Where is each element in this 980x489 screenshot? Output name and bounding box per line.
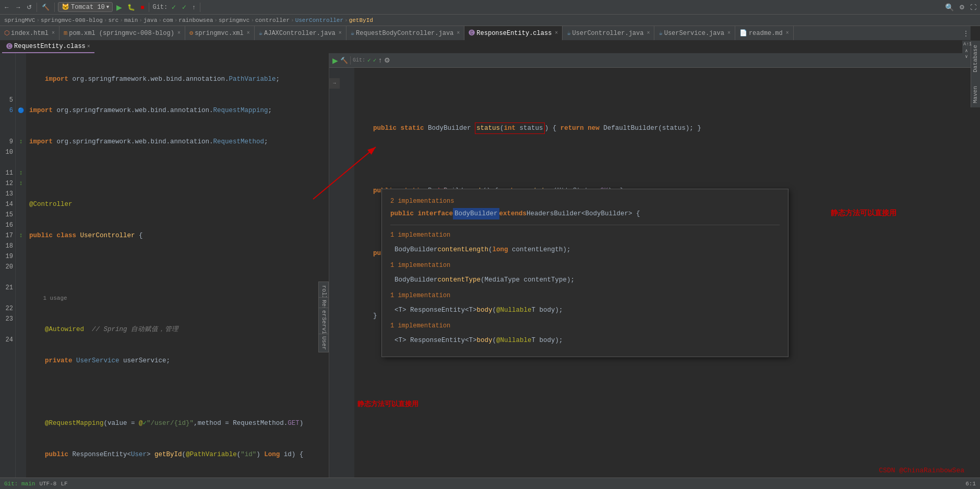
stop-btn[interactable]: ■ [139,4,146,11]
code-line: @Controller [29,199,326,210]
html-icon: ⬡ [4,29,9,37]
sep4 [200,3,200,12]
code-line: public static BodyBuilder status(int sta… [357,123,967,133]
close-icon[interactable]: × [52,30,55,36]
xml-icon: m [64,30,67,37]
right-gutter: → [329,68,340,478]
status-git: Git: main [4,481,35,487]
settings-btn[interactable]: ⚙ [958,4,966,11]
tab-user-controller[interactable]: ☕ UserController.java × [563,26,654,41]
popup-method2: BodyBuilder contentType(MediaType conten… [390,273,780,290]
tab-index-html[interactable]: ⬡ index.html × [0,26,59,41]
tomcat-icon: 🐱 [62,3,69,11]
status-bar: Git: main UTF-8 LF 6:1 [0,478,980,489]
class-icon2: 🅒 [6,43,13,51]
tabs-bar: ⬡ index.html × m pom.xml (springmvc-008-… [0,26,971,41]
tab-user-service[interactable]: ☕ UserService.java × [654,26,735,41]
git-label: Git: [152,4,168,11]
bc-controller[interactable]: controller [255,17,290,23]
code-line: @Autowired // Spring 自动赋值，管理 [29,324,326,335]
refresh-btn[interactable]: ↺ [25,4,33,11]
line-numbers: 5 6 9 10 11 12 13 14 15 16 17 18 19 20 2… [0,53,16,478]
bc-springmvc[interactable]: springMVC [4,17,35,23]
bc-method[interactable]: getById [349,17,373,23]
close-icon[interactable]: × [786,30,789,36]
status-lf: LF [61,481,67,487]
code-line: public class UserController { [29,230,326,241]
tab-request-body[interactable]: ☕ RequestBodyController.java × [346,26,464,41]
git-check2[interactable]: ✓ [180,4,188,11]
file-tab-active[interactable]: 🅒 RequestEntity.class × [2,41,94,53]
right-git-label: Git: [353,57,365,63]
close-icon[interactable]: × [177,30,181,36]
close-icon[interactable]: × [247,30,250,36]
tab-label: pom.xml (springmvc-008-blog) [69,30,174,37]
search-everywhere[interactable]: 🔍 [943,3,955,11]
scroll-area: A↑1 ∧ ∨ [962,41,971,59]
right-settings-btn[interactable]: ⚙ [384,56,390,64]
close-icon[interactable]: × [555,30,558,36]
right-check: ✓ [367,57,371,64]
md-icon: 📄 [739,29,747,37]
code-line: @RequestMapping(value = @✓"/user/{id}",m… [29,418,326,429]
right-editor: ▶ 🔨 Git: ✓ ✓ ↑ ⚙ → [329,53,971,478]
code-line: import org.springframework.web.bind.anno… [29,74,326,84]
more-tabs-btn[interactable]: ⋮ [961,30,971,37]
right-check2: ✓ [373,57,377,64]
bc-module[interactable]: springmvc-008-blog [41,17,103,23]
file-tab-close[interactable]: × [87,44,90,50]
bc-springmvc2[interactable]: springmvc [219,17,249,23]
code-line: private UserService userService; [29,356,326,366]
tab-label: readme.md [749,30,783,37]
popup-interface-line: public interface BodyBuilder extends Hea… [390,207,780,221]
close-icon[interactable]: × [339,30,342,36]
run-button[interactable]: ▶ [115,3,124,11]
scroll-arrows: ∧ [962,48,971,54]
tab-pom-xml[interactable]: m pom.xml (springmvc-008-blog) × [59,26,185,41]
tab-readme[interactable]: 📄 readme.md × [735,26,794,41]
bc-rainbowsea[interactable]: rainbowsea [178,17,213,23]
tab-label: RequestBodyController.java [356,30,453,37]
bc-java[interactable]: java [144,17,157,23]
bc-src[interactable]: src [108,17,118,23]
tab-ajax-controller[interactable]: ☕ AJAXController.java × [255,26,346,41]
git-check1[interactable]: ✓ [170,4,178,11]
close-icon[interactable]: × [457,30,460,36]
main-toolbar: ← → ↺ 🔨 🐱 Tomcat 10 ▼ ▶ 🐛 ■ Git: ✓ ✓ ↑ 🔍… [0,0,980,15]
class-icon: 🅒 [469,29,475,37]
popup-method1: BodyBuilder contentLength(long contentLe… [390,243,780,260]
tab-response-entity[interactable]: 🅒 ResponseEntity.class × [464,26,563,41]
right-arrow-btn[interactable]: ↑ [378,56,382,64]
java-icon3: ☕ [567,29,570,37]
code-line: 1 usage [29,293,326,303]
tab-label: springmvc.xml [195,30,244,37]
database-label: Database [971,41,979,77]
tab-springmvc-xml[interactable]: ⚙ springmvc.xml × [185,26,255,41]
popup-impl4: 1 implementation <T> ResponseEntity<T> b… [390,290,780,320]
code-content[interactable]: import org.springframework.web.bind.anno… [26,53,329,478]
right-build-btn[interactable]: 🔨 [340,57,348,64]
arrow-indicator: → [333,81,336,86]
tomcat-selector[interactable]: 🐱 Tomcat 10 ▼ [58,2,113,12]
debug-btn[interactable]: 🐛 [126,4,137,11]
sep2 [54,3,55,12]
popup-method4: <T> ResponseEntity<T> body(@Nullable T b… [390,334,780,350]
git-push[interactable]: ↑ [190,4,197,11]
bc-class[interactable]: UserController [295,17,343,23]
user-label[interactable]: User [318,334,329,352]
tab-label: ResponseEntity.class [476,30,552,37]
forward-btn[interactable]: → [14,4,23,11]
close-icon[interactable]: × [727,30,731,36]
code-line [29,262,326,272]
database-sidebar[interactable]: Database Maven [971,41,980,107]
bc-com[interactable]: com [163,17,173,23]
bc-main[interactable]: main [124,17,138,23]
build-btn[interactable]: 🔨 [40,4,51,11]
status-encoding: UTF-8 [39,481,56,487]
back-btn[interactable]: ← [2,4,11,11]
maven-label: Maven [971,82,979,107]
expand-btn[interactable]: ⛶ [969,4,978,11]
right-run-btn[interactable]: ▶ [332,56,338,65]
close-icon[interactable]: × [647,30,650,36]
popup-method3: <T> ResponseEntity<T> body(@Nullable T b… [390,303,780,320]
